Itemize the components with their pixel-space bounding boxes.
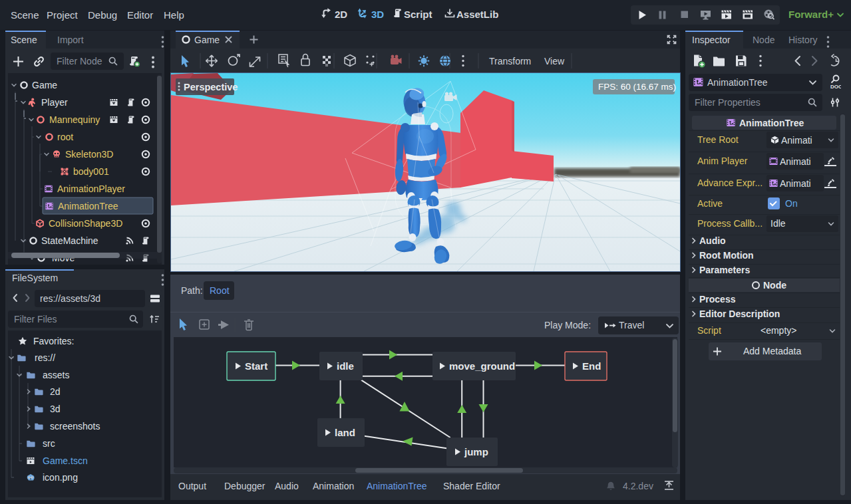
svg-text:StateMachine: StateMachine [41,235,98,246]
svg-text:Active: Active [697,198,723,209]
svg-text:land: land [335,427,355,438]
svg-text:End: End [582,360,601,372]
svg-text:FPS: 60 (16.67 ms): FPS: 60 (16.67 ms) [598,82,676,92]
svg-text:screenshots: screenshots [50,421,100,432]
svg-text:move_ground: move_ground [449,360,515,372]
svg-text:<empty>: <empty> [761,325,796,336]
svg-text:DOC: DOC [830,84,841,90]
svg-text:Animati: Animati [781,135,812,146]
svg-text:CollisionShape3D: CollisionShape3D [49,218,122,229]
svg-text:Script: Script [697,325,721,336]
svg-text:Add Metadata: Add Metadata [743,346,801,356]
svg-text:Process Callb...: Process Callb... [697,218,763,229]
svg-text:Game.tscn: Game.tscn [43,455,88,466]
svg-text:On: On [785,198,798,209]
svg-text:body001: body001 [73,166,109,177]
svg-text:root: root [57,132,73,142]
svg-text:jump: jump [464,446,488,457]
svg-text:AnimationTree: AnimationTree [58,201,118,211]
svg-text:Favorites:: Favorites: [33,336,74,346]
svg-text:Player: Player [41,97,68,108]
svg-text:Tree Root: Tree Root [697,134,739,145]
svg-text:Animati: Animati [780,156,811,167]
svg-text:2d: 2d [50,386,61,397]
svg-text:Root Motion: Root Motion [699,250,754,261]
svg-text:assets: assets [43,370,69,380]
svg-text:Mannequiny: Mannequiny [49,114,100,125]
svg-text:Editor Description: Editor Description [699,309,780,319]
svg-text:Start: Start [245,360,267,372]
svg-text:Audio: Audio [699,235,726,246]
svg-text:Process: Process [699,294,736,305]
svg-text:Node: Node [763,280,786,291]
svg-text:Anim Player: Anim Player [697,156,748,166]
svg-text:icon.png: icon.png [43,472,78,483]
svg-text:src: src [43,438,55,449]
svg-text:idle: idle [337,360,354,372]
svg-text:Advance Expr...: Advance Expr... [697,178,763,188]
svg-text:3d: 3d [50,404,61,414]
svg-text:Skeleton3D: Skeleton3D [65,149,113,160]
svg-text:res://: res:// [35,352,55,363]
svg-text:AnimationPlayer: AnimationPlayer [57,184,125,194]
svg-text:Parameters: Parameters [699,265,750,275]
svg-text:Perspective: Perspective [184,82,238,92]
svg-text:AnimationTree: AnimationTree [739,118,804,128]
svg-text:Animati: Animati [780,178,811,189]
svg-text:Idle: Idle [770,218,786,229]
svg-text:Game: Game [32,80,57,90]
